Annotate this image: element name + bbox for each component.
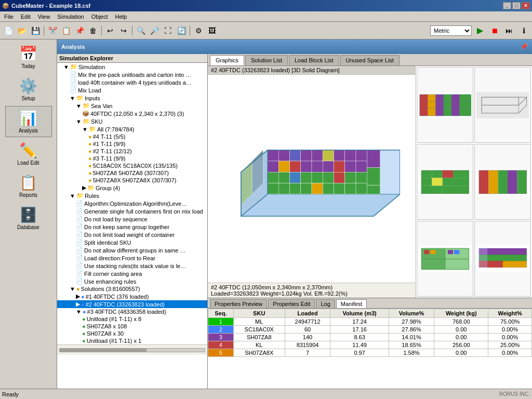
tree-item-sea-van[interactable]: ▼ 📁 Sea Van	[57, 102, 207, 110]
tree-item-solutions[interactable]: ▼ ● Solutions (3:81600557)	[57, 285, 207, 292]
tab-solution-list[interactable]: Solution List	[245, 55, 288, 65]
tree-item-unitload1[interactable]: ● Unitload (#1 T-11) x 8	[57, 315, 207, 323]
tree-item-unitload2[interactable]: ● Unitload (#1 T-11) x 1	[57, 337, 207, 344]
stop-button[interactable]: ⏹	[488, 24, 501, 37]
svg-rect-92	[454, 250, 459, 254]
tree-item-algorithm[interactable]: 📄 Algorithm:Optimization Algorithm(Level…	[57, 200, 207, 207]
tab-log[interactable]: Log	[316, 299, 335, 308]
tree-item-stacking[interactable]: 📄 Use stacking rules(its stack value is …	[57, 262, 207, 270]
tree-item-no-sequence[interactable]: 📄 Do not load by sequence	[57, 215, 207, 223]
tree-item-inputs[interactable]: ▼ 📁 Inputs	[57, 94, 207, 102]
zoom-in-button[interactable]: 🔍	[135, 24, 147, 37]
tree-item-mixload[interactable]: 📄 Mix Load	[57, 86, 207, 94]
thumb-side-view[interactable]	[474, 144, 531, 220]
sphere-icon: ●	[82, 330, 86, 337]
thumb-top-view[interactable]	[417, 144, 473, 220]
tab-graphics[interactable]: Graphics	[210, 55, 244, 65]
thumb-multi-view[interactable]	[474, 221, 531, 297]
tree-item-generate-single[interactable]: 📄 Generate single full containers first …	[57, 207, 207, 215]
tab-manifest[interactable]: Manifest	[336, 299, 367, 308]
cut-button[interactable]: ✂️	[46, 24, 59, 37]
tree-item-5c18ac0x[interactable]: ● 5C18AC0X 5C18AC0X (135/135)	[57, 162, 207, 169]
sidebar-item-database[interactable]: 🗄️ Database	[5, 203, 52, 234]
sidebar-item-setup[interactable]: ⚙️ Setup	[5, 74, 52, 105]
tree-item-group[interactable]: ▶ 📁 Group (4)	[57, 184, 207, 192]
tree-item-5h07za8[interactable]: ● 5H07ZA8 5H07ZA8 (307/307)	[57, 169, 207, 177]
zoom-fit-button[interactable]: ⛶	[162, 24, 174, 37]
tree-item-t11-1[interactable]: ● #1 T-11 (9/9)	[57, 140, 207, 148]
table-row[interactable]: 5 SH07ZA8X 7 0.97 1.58% 0.00 0.00%	[208, 349, 532, 357]
main-3d-view: #2 40FTDC (33263823 loaded) [3D Solid Di…	[208, 66, 415, 298]
table-row[interactable]: 1 ML 24947712 17.24 27.98% 768.00 75.00%	[208, 318, 532, 326]
tree-item-enhancing[interactable]: 📄 Use enhancing rules	[57, 277, 207, 285]
tree-item-sol3[interactable]: ▼ ● #3 40FTDC (48336358 loaded)	[57, 308, 207, 315]
tree-item-desc2[interactable]: 📄 load 40ft container with 4 types unitl…	[57, 78, 207, 86]
tab-properties-preview[interactable]: Properties Preview	[210, 299, 267, 308]
tree-scrollbar[interactable]	[59, 348, 205, 352]
thumb-front-view[interactable]	[417, 67, 473, 143]
tab-unused-space-list[interactable]: Unused Space List	[340, 55, 400, 65]
table-row[interactable]: 2 SC18AC0X 60 17.16 27.86% 0.00 0.00%	[208, 326, 532, 334]
settings-button[interactable]: ⚙	[192, 24, 205, 37]
tree-item-no-diff-groups[interactable]: 📄 Do not allow different groups in same …	[57, 246, 207, 254]
tab-properties-edit[interactable]: Properties Edit	[268, 299, 315, 308]
menu-object[interactable]: Object	[88, 12, 111, 21]
tree-item-sol2[interactable]: ▶ ● #2 40FTDC (33263823 loaded)	[57, 300, 207, 308]
render-button[interactable]: 🖼	[206, 24, 218, 37]
close-button[interactable]: ✕	[522, 2, 530, 9]
tree-item-5h07za8x[interactable]: ● 5H07ZA8X 5H07ZA8X (307/307)	[57, 177, 207, 184]
unit-selector[interactable]: Metric Imperial	[430, 25, 472, 36]
tree-item-sh07za8-108[interactable]: ● SH07ZA8 x 108	[57, 323, 207, 330]
zoom-out-button[interactable]: 🔎	[148, 24, 161, 37]
paste-button[interactable]: 📌	[73, 24, 86, 37]
tree-item-sol1[interactable]: ▶ ● #1 40FTDC (376 loaded)	[57, 292, 207, 300]
delete-button[interactable]: 🗑	[87, 24, 99, 37]
minimize-button[interactable]: _	[503, 2, 511, 9]
tree-label: Use stacking rules(its stack value is le…	[84, 263, 188, 269]
tree-item-rules[interactable]: ▼ 📁 Rules	[57, 192, 207, 200]
tree-item-t11-4[interactable]: ● #4 T-11 (5/5)	[57, 133, 207, 140]
tree-item-desc1[interactable]: 📄 Mix the pre-pack unitloads and carton …	[57, 71, 207, 78]
run-button[interactable]: ▶	[474, 24, 486, 37]
tree-item-t11-2[interactable]: ● #2 T-11 (12/12)	[57, 148, 207, 155]
sidebar-item-analysis[interactable]: 📊 Analysis	[5, 106, 52, 137]
menu-view[interactable]: View	[35, 12, 54, 21]
table-row[interactable]: 3 SH07ZA8 140 8.63 14.01% 0.00 0.00%	[208, 334, 532, 341]
tree-item-40ftdc[interactable]: 📦 40FTDC (12,050 x 2,340 x 2,370) (3)	[57, 110, 207, 117]
tree-item-sku[interactable]: ▼ 📁 SKU	[57, 117, 207, 125]
copy-button[interactable]: 📋	[60, 24, 72, 37]
tree-item-split-sku[interactable]: 📄 Split identical SKU	[57, 238, 207, 246]
tree-item-corner[interactable]: 📄 Fill corner casting area	[57, 270, 207, 277]
menu-file[interactable]: File	[1, 12, 17, 21]
container-3d-viewport[interactable]	[208, 75, 415, 283]
tree-item-t11-3[interactable]: ● #3 T-11 (9/9)	[57, 155, 207, 162]
tab-load-block-list[interactable]: Load Block List	[289, 55, 339, 65]
tree-item-sh07za8-30[interactable]: ● SH07ZA8 x 30	[57, 330, 207, 337]
tree-item-load-dir[interactable]: 📄 Load direction:Front to Rear	[57, 254, 207, 262]
rotate-button[interactable]: 🔄	[175, 24, 188, 37]
undo-button[interactable]: ↩	[104, 24, 116, 37]
sidebar-item-load-edit[interactable]: ✏️ Load Edit	[5, 138, 52, 169]
tree-item-no-weight[interactable]: 📄 Do not limit load weight of container	[57, 231, 207, 238]
menu-simulation[interactable]: Simulation	[54, 12, 87, 21]
menu-bar: File Edit View Simulation Object Help	[0, 11, 532, 22]
save-button[interactable]: 💾	[29, 24, 42, 37]
table-row[interactable]: 4 KL 8315904 11.49 18.65% 256.00 25.00%	[208, 341, 532, 349]
step-button[interactable]: ⏭	[503, 24, 515, 37]
sidebar-item-today[interactable]: 📅 Today	[5, 42, 52, 73]
tree-item-no-group[interactable]: 📄 Do not keep same group together	[57, 223, 207, 231]
maximize-button[interactable]: □	[512, 2, 521, 9]
redo-button[interactable]: ↪	[117, 24, 130, 37]
menu-edit[interactable]: Edit	[18, 12, 34, 21]
new-button[interactable]: 📄	[2, 24, 15, 37]
sep-3	[132, 25, 132, 36]
thumb-layout-view[interactable]	[417, 221, 473, 297]
open-button[interactable]: 📂	[16, 24, 28, 37]
sidebar-item-reports[interactable]: 📋 Reports	[5, 170, 52, 202]
tree-scroll-thumb[interactable]	[60, 349, 147, 352]
menu-help[interactable]: Help	[112, 12, 130, 21]
tree-item-simulation[interactable]: ▼ 📁 Simulation	[57, 63, 207, 71]
tree-item-all[interactable]: ▼ 📁 All (7:784/784)	[57, 125, 207, 133]
thumb-wire-view[interactable]	[474, 67, 531, 143]
info-button[interactable]: ℹ	[517, 24, 530, 37]
